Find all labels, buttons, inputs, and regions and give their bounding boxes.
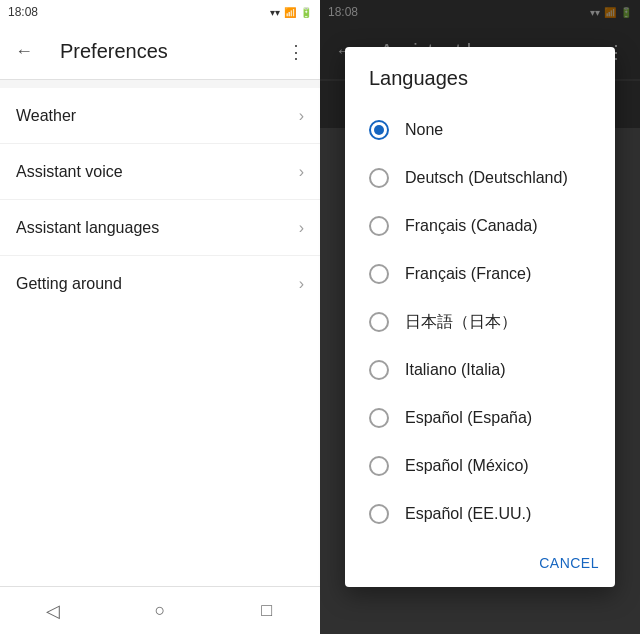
radio-label-deutsch-de: Deutsch (Deutschland) xyxy=(405,169,568,187)
left-nav-home-button[interactable]: ○ xyxy=(140,591,180,631)
radio-label-francais-fr: Français (France) xyxy=(405,265,531,283)
radio-item-espanol-us[interactable]: Español (EE.UU.) xyxy=(345,490,615,538)
radio-outer-japanese xyxy=(369,312,389,332)
radio-label-espanol-mx: Español (México) xyxy=(405,457,529,475)
left-nav-bar: ◁ ○ □ xyxy=(0,586,320,634)
dialog-title: Languages xyxy=(345,47,615,98)
radio-item-espanol-es[interactable]: Español (España) xyxy=(345,394,615,442)
left-nav-recents-button[interactable]: □ xyxy=(247,591,287,631)
radio-label-espanol-us: Español (EE.UU.) xyxy=(405,505,531,523)
radio-label-japanese: 日本語（日本） xyxy=(405,312,517,333)
left-nav-back-icon: ◁ xyxy=(37,595,69,627)
radio-outer-espanol-mx xyxy=(369,456,389,476)
radio-item-espanol-mx[interactable]: Español (México) xyxy=(345,442,615,490)
radio-outer-espanol-us xyxy=(369,504,389,524)
left-more-button[interactable]: ⋮ xyxy=(276,32,316,72)
languages-dialog: Languages None Deutsch (Deutschland) xyxy=(345,47,615,587)
radio-outer-deutsch-de xyxy=(369,168,389,188)
dialog-overlay: Languages None Deutsch (Deutschland) xyxy=(320,0,640,634)
left-battery-icon: 🔋 xyxy=(300,7,312,18)
left-time: 18:08 xyxy=(8,5,38,19)
preferences-list: Weather › Assistant voice › Assistant la… xyxy=(0,88,320,586)
left-status-bar: 18:08 ▾▾ 📶 🔋 xyxy=(0,0,320,24)
dialog-actions: CANCEL xyxy=(345,539,615,587)
radio-item-italiano[interactable]: Italiano (Italia) xyxy=(345,346,615,394)
radio-item-deutsch-de[interactable]: Deutsch (Deutschland) xyxy=(345,154,615,202)
pref-item-weather[interactable]: Weather › xyxy=(0,88,320,144)
pref-item-assistant-voice[interactable]: Assistant voice › xyxy=(0,144,320,200)
left-back-arrow-icon: ← xyxy=(15,41,33,62)
radio-label-francais-ca: Français (Canada) xyxy=(405,217,538,235)
pref-label-assistant-voice: Assistant voice xyxy=(16,163,299,181)
dialog-content: None Deutsch (Deutschland) Français (Can… xyxy=(345,98,615,539)
dialog-cancel-button[interactable]: CANCEL xyxy=(531,547,607,579)
pref-label-weather: Weather xyxy=(16,107,299,125)
left-app-bar-title: Preferences xyxy=(60,40,276,63)
left-nav-recents-icon: □ xyxy=(251,595,283,627)
left-more-vert-icon: ⋮ xyxy=(287,41,305,63)
left-nav-home-icon: ○ xyxy=(144,595,176,627)
radio-outer-francais-fr xyxy=(369,264,389,284)
radio-item-francais-ca[interactable]: Français (Canada) xyxy=(345,202,615,250)
pref-item-getting-around[interactable]: Getting around › xyxy=(0,256,320,312)
chevron-right-icon-weather: › xyxy=(299,107,304,125)
chevron-right-icon-getting-around: › xyxy=(299,275,304,293)
pref-label-getting-around: Getting around xyxy=(16,275,299,293)
left-nav-back-button[interactable]: ◁ xyxy=(33,591,73,631)
chevron-right-icon-assistant-voice: › xyxy=(299,163,304,181)
radio-label-espanol-es: Español (España) xyxy=(405,409,532,427)
pref-item-assistant-languages[interactable]: Assistant languages › xyxy=(0,200,320,256)
radio-item-none[interactable]: None xyxy=(345,106,615,154)
left-app-bar: ← Preferences ⋮ xyxy=(0,24,320,80)
radio-label-italiano: Italiano (Italia) xyxy=(405,361,506,379)
radio-outer-italiano xyxy=(369,360,389,380)
left-signal-icon: 📶 xyxy=(284,7,296,18)
chevron-right-icon-assistant-languages: › xyxy=(299,219,304,237)
left-panel: 18:08 ▾▾ 📶 🔋 ← Preferences ⋮ Weather › A… xyxy=(0,0,320,634)
radio-item-japanese[interactable]: 日本語（日本） xyxy=(345,298,615,346)
left-status-icons: ▾▾ 📶 🔋 xyxy=(270,7,312,18)
right-panel: 18:08 ▾▾ 📶 🔋 ← Assistant languages ⋮ Lan… xyxy=(320,0,640,634)
left-back-button[interactable]: ← xyxy=(4,32,44,72)
radio-outer-francais-ca xyxy=(369,216,389,236)
pref-label-assistant-languages: Assistant languages xyxy=(16,219,299,237)
radio-item-francais-fr[interactable]: Français (France) xyxy=(345,250,615,298)
radio-label-none: None xyxy=(405,121,443,139)
radio-outer-espanol-es xyxy=(369,408,389,428)
radio-inner-none xyxy=(374,125,384,135)
radio-outer-none xyxy=(369,120,389,140)
left-wifi-icon: ▾▾ xyxy=(270,7,280,18)
